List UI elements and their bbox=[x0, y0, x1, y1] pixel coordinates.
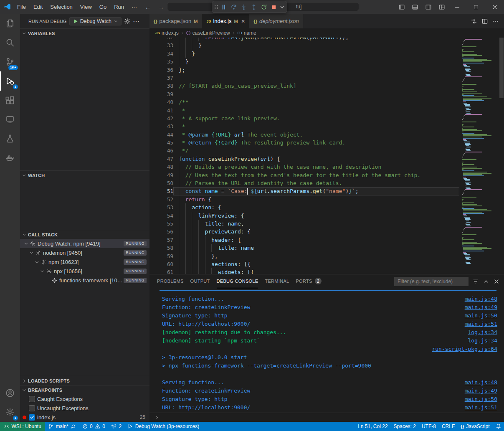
panel-tab-debug-console[interactable]: DEBUG CONSOLE bbox=[217, 274, 258, 288]
code-line[interactable]: 49// Uses the text from the card's heade… bbox=[149, 171, 459, 179]
call-stack-section-header[interactable]: CALL STACK bbox=[20, 230, 149, 239]
code-line[interactable]: 45 * @return {!Card} The resulting previ… bbox=[149, 139, 459, 147]
customize-layout-button[interactable] bbox=[436, 2, 447, 13]
code-editor[interactable]: 32return res.json(caseLinkPreview(parsed… bbox=[149, 38, 459, 274]
editor-scrollbar[interactable] bbox=[499, 38, 504, 274]
code-line[interactable]: 32return res.json(caseLinkPreview(parsed… bbox=[149, 38, 459, 41]
more-actions-button[interactable] bbox=[492, 18, 499, 25]
step-out-button[interactable] bbox=[249, 2, 259, 12]
code-line[interactable]: 40/** bbox=[149, 98, 459, 106]
call-stack-item[interactable]: Debug Watch: npm [9419]RUNNING bbox=[20, 239, 149, 248]
code-line[interactable]: 60sections: [{ bbox=[149, 260, 459, 268]
language-mode-status[interactable]: {} JavaScript bbox=[458, 422, 492, 431]
breakpoints-section-header[interactable]: BREAKPOINTS bbox=[20, 385, 149, 394]
activity-remote-explorer[interactable] bbox=[0, 110, 20, 129]
scrollbar-thumb[interactable] bbox=[499, 38, 504, 98]
step-over-button[interactable] bbox=[229, 2, 239, 12]
code-line[interactable]: 36}; bbox=[149, 66, 459, 74]
code-line[interactable]: 47function caseLinkPreview(url) { bbox=[149, 155, 459, 163]
code-line[interactable]: 52return { bbox=[149, 195, 459, 203]
call-stack-item[interactable]: npx [10656]RUNNING bbox=[20, 266, 149, 276]
navigate-back-button[interactable]: ← bbox=[145, 4, 151, 10]
activity-run-and-debug[interactable]: 1 bbox=[0, 71, 20, 91]
breakpoint-checkbox[interactable] bbox=[29, 396, 35, 402]
panel-tab-problems[interactable]: PROBLEMS bbox=[157, 274, 184, 288]
console-source-link[interactable]: main.js:48 bbox=[456, 379, 497, 385]
toggle-panel-button[interactable] bbox=[410, 2, 420, 13]
breakpoint-item[interactable]: Caught Exceptions bbox=[20, 394, 149, 403]
maximize-panel-button[interactable] bbox=[483, 278, 489, 285]
console-source-link[interactable]: main.js:48 bbox=[456, 296, 497, 302]
code-line[interactable]: 48// Builds a preview card with the case… bbox=[149, 163, 459, 171]
menu-run[interactable]: Run bbox=[110, 0, 128, 14]
close-tab-icon[interactable]: × bbox=[241, 18, 245, 24]
editor-tab-index-js[interactable]: JSindex.jsM× bbox=[202, 14, 249, 28]
start-debugging-icon[interactable] bbox=[73, 18, 79, 24]
code-line[interactable]: 51const name = `Case: ${url.searchParams… bbox=[149, 187, 459, 195]
code-line[interactable]: 35} bbox=[149, 58, 459, 66]
code-line[interactable]: 57header: { bbox=[149, 236, 459, 244]
breakpoint-item[interactable]: index.js25 bbox=[20, 413, 149, 422]
call-stack-item[interactable]: functions-framework [106...RUNNING bbox=[20, 276, 149, 285]
panel-tab-ports[interactable]: PORTS2 bbox=[296, 274, 321, 288]
navigate-forward-button[interactable]: → bbox=[158, 4, 164, 10]
activity-explorer[interactable] bbox=[0, 14, 20, 33]
console-source-link[interactable]: main.js:49 bbox=[456, 388, 497, 394]
breakpoint-checkbox[interactable] bbox=[29, 405, 35, 411]
indentation-status[interactable]: Spaces: 2 bbox=[391, 422, 419, 431]
menu-file[interactable]: File bbox=[13, 0, 30, 14]
code-line[interactable]: 33} bbox=[149, 41, 459, 49]
console-source-link[interactable]: main.js:50 bbox=[456, 312, 497, 319]
console-source-link[interactable]: log.js:34 bbox=[460, 329, 497, 335]
remote-indicator[interactable]: WSL: Ubuntu bbox=[0, 422, 45, 431]
step-into-button[interactable] bbox=[239, 2, 249, 12]
code-line[interactable]: 38// [START add_ons_case_preview_link] bbox=[149, 82, 459, 90]
debug-session-status[interactable]: Debug Watch (3p-resources) bbox=[124, 422, 202, 431]
code-line[interactable]: 58title: name bbox=[149, 244, 459, 252]
menu-go[interactable]: Go bbox=[96, 0, 110, 14]
command-center[interactable]: tu] bbox=[167, 2, 359, 11]
code-line[interactable]: 34} bbox=[149, 50, 459, 58]
breadcrumb-item[interactable]: caseLinkPreview bbox=[186, 30, 230, 36]
code-line[interactable]: 37 bbox=[149, 74, 459, 82]
console-source-link[interactable]: main.js:51 bbox=[456, 321, 497, 327]
breadcrumb-item[interactable]: name bbox=[237, 30, 256, 36]
code-line[interactable]: 50// Parses the URL and identify the cas… bbox=[149, 179, 459, 187]
stop-button[interactable] bbox=[269, 2, 279, 12]
eol-status[interactable]: CRLF bbox=[439, 422, 458, 431]
editor-tab-package-json[interactable]: {}package.jsonM bbox=[149, 14, 202, 28]
console-source-link[interactable]: run-script-pkg.js:64 bbox=[423, 346, 497, 352]
code-line[interactable]: 43 * bbox=[149, 122, 459, 130]
toolbar-gripper[interactable] bbox=[213, 2, 219, 12]
window-close-button[interactable] bbox=[485, 0, 504, 14]
notifications-status[interactable] bbox=[493, 422, 504, 431]
editor-tab-deployment-json[interactable]: {}deployment.json bbox=[249, 14, 303, 28]
breakpoint-checkbox[interactable] bbox=[29, 414, 35, 421]
code-line[interactable]: 39 bbox=[149, 90, 459, 98]
activity-settings[interactable]: 1 bbox=[0, 403, 20, 422]
window-minimize-button[interactable] bbox=[448, 0, 466, 14]
debug-console-output[interactable]: Serving function...main.js:48Function: c… bbox=[149, 288, 504, 413]
breakpoint-item[interactable]: Uncaught Exceptions bbox=[20, 403, 149, 413]
close-panel-button[interactable] bbox=[493, 278, 500, 285]
panel-tab-terminal[interactable]: TERMINAL bbox=[265, 274, 289, 288]
activity-docker[interactable] bbox=[0, 148, 20, 167]
restart-button[interactable] bbox=[259, 2, 269, 12]
menu-edit[interactable]: Edit bbox=[30, 0, 46, 14]
code-line[interactable]: 41 * bbox=[149, 106, 459, 114]
console-source-link[interactable]: main.js:49 bbox=[456, 304, 497, 310]
toggle-primary-sidebar-button[interactable] bbox=[396, 2, 407, 13]
code-line[interactable]: 55title: name, bbox=[149, 220, 459, 228]
code-line[interactable]: 44 * @param {!URL} url The event object. bbox=[149, 131, 459, 139]
code-line[interactable]: 46 */ bbox=[149, 147, 459, 155]
call-stack-item[interactable]: npm [10623]RUNNING bbox=[20, 257, 149, 266]
watch-section-header[interactable]: WATCH bbox=[20, 170, 149, 180]
view-more-actions-button[interactable]: ··· bbox=[133, 18, 140, 24]
git-branch-status[interactable]: main* bbox=[45, 422, 79, 431]
console-options-button[interactable] bbox=[472, 278, 479, 285]
minimap[interactable] bbox=[459, 38, 499, 274]
code-line[interactable]: 42 * A support case link preview. bbox=[149, 114, 459, 122]
toggle-secondary-sidebar-button[interactable] bbox=[423, 2, 434, 13]
open-changes-button[interactable] bbox=[471, 18, 477, 25]
window-maximize-button[interactable] bbox=[466, 0, 485, 14]
